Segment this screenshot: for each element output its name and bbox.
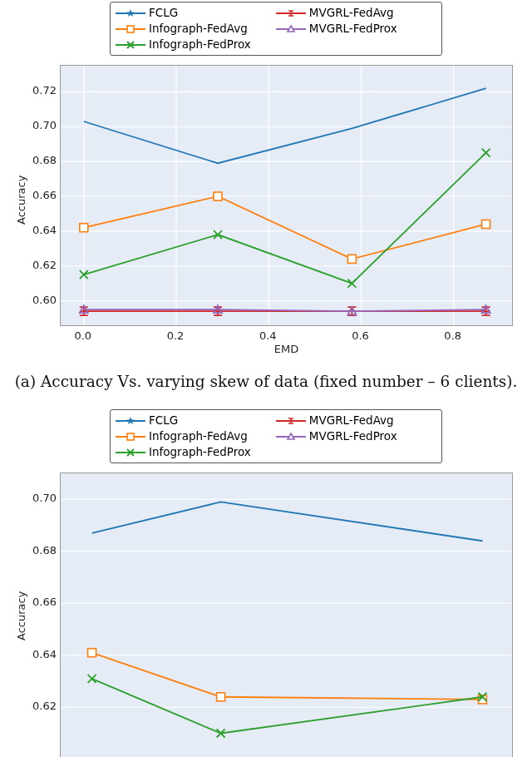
square-icon (116, 431, 145, 443)
legend-item-mvgprox: MVGRL-FedProx (309, 21, 401, 37)
chart-b: FCLG MVGRL-FedAvg Infograph-FedAvg MVGRL… (0, 408, 532, 757)
xtick: 0.0 (71, 329, 95, 342)
legend-item-infprox: Infograph-FedProx (149, 444, 254, 460)
ytick: 0.70 (27, 492, 57, 504)
xtick: 0.8 (441, 329, 465, 342)
legend-item-infavg: Infograph-FedAvg (149, 21, 254, 37)
chart-a: FCLG MVGRL-FedAvg Infograph-FedAvg MVGRL… (0, 0, 532, 370)
legend-item-infavg: Infograph-FedAvg (149, 428, 254, 444)
ytick: 0.66 (27, 596, 57, 608)
star-icon (116, 7, 145, 19)
legend-b: FCLG MVGRL-FedAvg Infograph-FedAvg MVGRL… (110, 409, 442, 463)
plus-icon (276, 415, 306, 427)
ytick: 0.60 (27, 294, 57, 306)
x-icon (116, 447, 145, 458)
caption-a: (a) Accuracy Vs. varying skew of data (f… (0, 373, 532, 390)
ylabel-b: Accuracy (15, 591, 27, 641)
svg-rect-33 (88, 649, 96, 657)
ytick: 0.70 (27, 119, 57, 131)
xlabel-a: EMD (60, 343, 513, 355)
legend-item-fclg: FCLG (149, 413, 254, 428)
ytick: 0.64 (27, 648, 57, 661)
ylabel-a: Accuracy (15, 176, 27, 225)
svg-rect-21 (482, 220, 490, 228)
x-icon (116, 39, 145, 51)
ytick: 0.62 (27, 700, 57, 712)
legend-item-mvgavg: MVGRL-FedAvg (309, 5, 401, 21)
plot-area-b (60, 473, 513, 757)
legend-item-mvgprox: MVGRL-FedProx (309, 428, 401, 444)
legend-item-mvgavg: MVGRL-FedAvg (309, 413, 401, 428)
legend-table: FCLG MVGRL-FedAvg Infograph-FedAvg MVGRL… (116, 413, 401, 460)
ytick: 0.72 (27, 84, 57, 96)
ytick: 0.62 (27, 259, 57, 271)
xtick: 0.2 (164, 329, 187, 342)
legend-table: FCLG MVGRL-FedAvg Infograph-FedAvg MVGRL… (116, 5, 401, 52)
ytick: 0.66 (27, 189, 57, 201)
plus-icon (276, 7, 306, 19)
triangle-icon (276, 23, 306, 35)
svg-rect-20 (347, 255, 356, 263)
xtick: 0.6 (348, 329, 372, 342)
square-icon (116, 23, 145, 35)
xtick: 0.4 (256, 329, 279, 342)
legend-item-infprox: Infograph-FedProx (149, 37, 254, 52)
plot-area-a (60, 65, 513, 326)
svg-rect-18 (80, 224, 88, 232)
star-icon (116, 415, 145, 427)
triangle-icon (276, 431, 306, 443)
svg-rect-3 (127, 26, 134, 32)
legend-a: FCLG MVGRL-FedAvg Infograph-FedAvg MVGRL… (110, 2, 442, 56)
ytick: 0.68 (27, 154, 57, 166)
legend-item-fclg: FCLG (149, 5, 254, 21)
ytick: 0.64 (27, 224, 57, 236)
svg-rect-25 (127, 433, 134, 440)
ytick: 0.68 (27, 544, 57, 557)
svg-rect-34 (217, 693, 225, 701)
svg-rect-19 (214, 192, 222, 200)
